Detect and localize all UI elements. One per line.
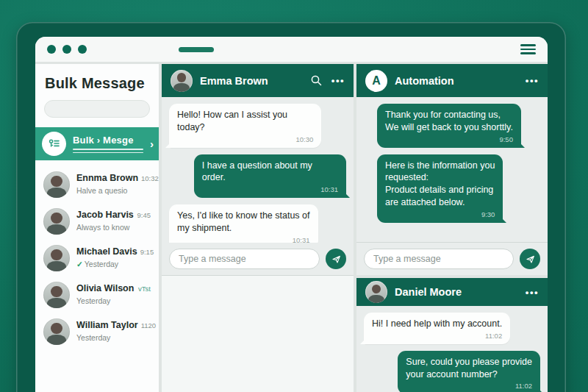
avatar [365, 281, 387, 303]
contact-preview: ✓Yesterday [76, 260, 118, 268]
search-input[interactable] [44, 100, 150, 118]
message-list: Thank you for contacting us, We will get… [356, 97, 548, 242]
right-column: A Automation ••• Thank you for contactin… [356, 64, 548, 392]
contact-preview: Halve a quesio [76, 186, 127, 195]
contact-name: William Taylor [76, 320, 138, 330]
avatar [43, 208, 70, 235]
message-list: Hi! I need help with my account.11:02 Su… [356, 306, 548, 392]
message-bubble-incoming: Hello! How can I assist you today?10:30 [169, 104, 321, 148]
bulk-filter-icon [42, 132, 66, 156]
message-time: 11:02 [372, 332, 502, 341]
message-text: I have a question about my order. [202, 160, 312, 183]
contact-name: Olivia Wilson [76, 283, 135, 293]
drag-handle-pill[interactable] [179, 47, 214, 52]
list-item-contact[interactable]: Michael Davis 9:15 ✓Yesterday [35, 240, 159, 277]
chat-panel-emma-brown: Emma Brown ••• Hello! How can I assist y… [162, 64, 354, 392]
contact-preview: Yesterday [76, 333, 110, 342]
more-options-icon[interactable]: ••• [331, 76, 345, 85]
chat-contact-name: Daniel Moore [395, 286, 518, 298]
contact-time: 1120 [141, 321, 156, 329]
message-bubble-outgoing: Sure, could you please provide your acco… [398, 351, 540, 392]
more-options-icon[interactable]: ••• [526, 76, 539, 85]
contact-preview: Yesterday [76, 296, 110, 305]
sidebar-item-texts: Bulk › Mesge [73, 135, 143, 153]
message-bubble-outgoing: I have a question about my order.10:31 [194, 154, 346, 199]
message-input[interactable] [169, 249, 320, 269]
avatar [43, 318, 70, 345]
list-item-contact[interactable]: Ennma Brown 10:32 Halve a quesio [35, 166, 159, 203]
message-input-row [356, 243, 548, 275]
message-text: Yes, I'd like to know the status of my s… [177, 210, 310, 233]
contact-time: 9:15 [140, 248, 154, 256]
panel-footer [162, 275, 354, 392]
avatar [43, 282, 70, 308]
message-list: Hello! How can I assist you today?10:30 … [162, 97, 354, 243]
automation-avatar: A [365, 70, 387, 92]
message-text: Sure, could you please provide your acco… [406, 357, 532, 379]
contact-time: 10:32 [141, 174, 159, 182]
message-time: 10:30 [177, 135, 313, 145]
message-time: 9:50 [385, 135, 513, 145]
contact-name: Ennma Brown [76, 173, 138, 183]
sidebar-search [35, 100, 159, 118]
window-content: Bulk Message Bulk › Mesge [35, 37, 548, 392]
sidebar: Bulk Message Bulk › Mesge [35, 64, 159, 392]
send-button[interactable] [326, 249, 346, 269]
window-titlebar [35, 37, 548, 62]
message-time: 10:31 [202, 185, 338, 195]
chat-header: Daniel Moore ••• [356, 278, 548, 306]
chat-contact-name: Automation [395, 75, 518, 87]
avatar [43, 245, 70, 271]
message-time: 9:30 [385, 210, 495, 220]
check-icon: ✓ [76, 260, 83, 268]
chat-panel-automation: A Automation ••• Thank you for contactin… [356, 64, 548, 275]
send-icon [331, 254, 342, 265]
send-icon [525, 254, 536, 265]
sidebar-item-underlines [73, 149, 143, 153]
contact-preview: Always to know [76, 223, 129, 232]
contact-name: Jacob Harvis [76, 210, 135, 220]
app-window: Bulk Message Bulk › Mesge [16, 22, 566, 392]
message-input[interactable] [364, 249, 514, 269]
chevron-right-icon: › [150, 138, 155, 150]
chat-panel-daniel-moore: Daniel Moore ••• Hi! I need help with my… [356, 278, 548, 392]
message-text: Hello! How can I assist you today? [177, 110, 287, 132]
contact-preview-text: Yesterday [85, 260, 118, 268]
message-text: Here is the information you requested: P… [385, 160, 495, 208]
chat-header: Emma Brown ••• [162, 64, 354, 97]
chat-header: A Automation ••• [356, 64, 548, 97]
chat-contact-name: Emma Brown [200, 75, 303, 87]
search-icon[interactable] [310, 74, 323, 87]
list-item-contact[interactable]: Olivia Wilson vTst Yesterday [35, 277, 159, 313]
message-bubble-outgoing: Thank you for contacting us, We will get… [377, 104, 521, 148]
window-control-dots[interactable] [47, 45, 87, 54]
avatar [171, 70, 193, 92]
sidebar-item-label: Bulk › Mesge [73, 135, 143, 146]
contact-list: Ennma Brown 10:32 Halve a quesio Jacob H… [35, 160, 159, 392]
main-columns: Bulk Message Bulk › Mesge [35, 64, 548, 392]
message-bubble-incoming: Yes, I'd like to know the status of my s… [169, 204, 318, 243]
contact-name: Michael Davis [76, 246, 137, 257]
contact-time: vTst [138, 285, 151, 293]
message-text: Thank you for contacting us, We will get… [385, 110, 513, 132]
send-button[interactable] [520, 249, 540, 269]
contact-time: 9:45 [137, 211, 151, 219]
message-text: Hi! I need help with my account. [372, 318, 502, 329]
hamburger-menu-icon[interactable] [520, 44, 536, 54]
message-bubble-incoming: Hi! I need help with my account.11:02 [364, 313, 510, 344]
window-dot-icon[interactable] [62, 45, 71, 54]
list-item-contact[interactable]: William Taylor 1120 Yesterday [35, 313, 159, 350]
message-bubble-outgoing: Here is the information you requested: P… [377, 154, 503, 223]
message-input-row [162, 243, 354, 275]
page-title: Bulk Message [35, 64, 159, 100]
message-time: 10:31 [177, 236, 310, 243]
sidebar-item-bulk-message[interactable]: Bulk › Mesge › [35, 127, 159, 160]
avatar [43, 171, 70, 198]
more-options-icon[interactable]: ••• [526, 288, 539, 297]
window-dot-icon[interactable] [78, 45, 87, 54]
window-dot-icon[interactable] [47, 45, 56, 54]
list-item-contact[interactable]: Jacob Harvis 9:45 Always to know [35, 203, 159, 240]
message-time: 11:02 [406, 382, 532, 391]
